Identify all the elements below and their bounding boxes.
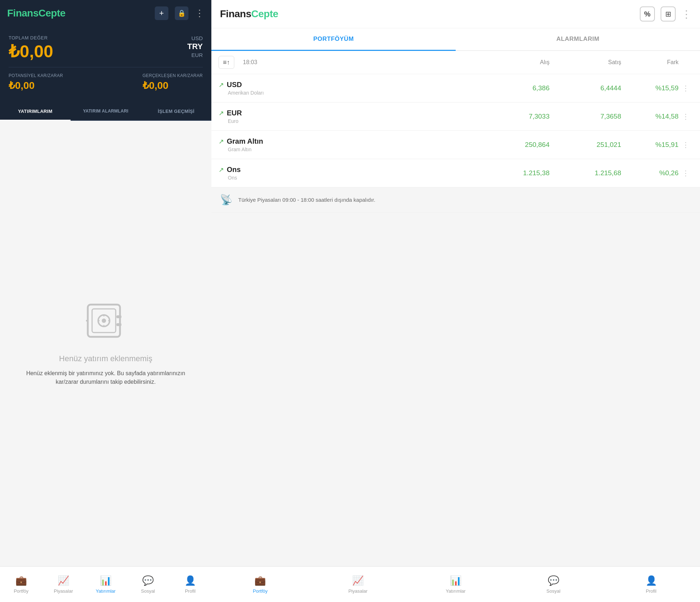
usd-name: USD [227,81,242,89]
asset-row-usd[interactable]: ↗ USD Amerikan Doları 6,386 6,4444 %15,5… [211,74,700,102]
right-piyasalar-icon: 📈 [352,575,364,586]
nav-yatirimlar[interactable]: 📊 Yatırımlar [85,567,127,602]
nav-portfoy[interactable]: 💼 Portföy [0,567,42,602]
realized-col: GERÇEKLEŞEn KAR/ZARAR ₺0,00 [143,73,203,91]
usd-sub: Amerikan Doları [228,90,478,96]
yatirimlar-label: Yatırımlar [96,588,115,594]
right-panel: FinansCepte % ⊞ ⋮ PORTFÖYÜM ALARMLARIM ≡… [211,0,700,602]
alis-header: Alış [478,59,550,66]
summary-section: TOPLAM DEĞER ₺0,00 USD TRY EUR POTANSİYE… [0,27,211,100]
sort-button[interactable]: ≡↑ [219,56,234,69]
total-amount: ₺0,00 [9,41,53,61]
try-option[interactable]: TRY [187,42,203,51]
currency-options: USD TRY EUR [187,35,203,58]
eur-more-button[interactable]: ⋮ [679,112,693,121]
tab-yatirimlarim[interactable]: YATIRIMLARIM [0,103,71,121]
ons-satis: 1.215,68 [550,169,621,177]
ons-trend-icon: ↗ [219,166,224,174]
empty-title: Henüz yatırım eklenmemiş [59,354,152,363]
eur-fark: %14,58 [621,113,679,120]
notice-row: 📡 Türkiye Piyasaları 09:00 - 18:00 saatl… [211,187,700,212]
tab-yatirim-alarmlari[interactable]: YATIRIM ALARMLARI [71,103,141,120]
right-tabs: PORTFÖYÜM ALARMLARIM [211,28,700,51]
right-nav-portfoy[interactable]: 💼 Portföy [211,567,309,602]
right-profil-icon: 👤 [646,575,657,586]
gram-altin-satis: 251,021 [550,141,621,149]
sosyal-label: Sosyal [141,588,155,594]
right-portfoy-label: Portföy [253,588,268,594]
ons-asset-info: ↗ Ons Ons [219,166,478,181]
usd-fark: %15,59 [621,84,679,92]
usd-trend-icon: ↗ [219,81,224,89]
right-nav-yatirimlar[interactable]: 📊 Yatırımlar [407,567,505,602]
nav-sosyal[interactable]: 💬 Sosyal [127,567,169,602]
potential-label: POTANSİYEL KAR/ZARAR [9,73,63,78]
more-menu-button[interactable]: ⋮ [195,8,204,19]
right-piyasalar-label: Piyasalar [348,588,367,594]
tab-portfoyum[interactable]: PORTFÖYÜM [211,28,456,51]
gram-altin-name: Gram Altın [227,137,263,145]
ons-name: Ons [227,166,241,174]
left-header-icons: + 🔒 ⋮ [155,6,204,20]
grid-button[interactable]: ⊞ [661,6,676,22]
nav-piyasalar[interactable]: 📈 Piyasalar [42,567,85,602]
ons-more-button[interactable]: ⋮ [679,169,693,177]
asset-row-eur[interactable]: ↗ EUR Euro 7,3033 7,3658 %14,58 ⋮ [211,102,700,131]
right-header-icons: % ⊞ ⋮ [640,6,691,22]
gram-altin-more-button[interactable]: ⋮ [679,140,693,149]
eur-asset-info: ↗ EUR Euro [219,109,478,124]
ons-fark: %0,26 [621,169,679,177]
right-profil-label: Profil [646,588,657,594]
nav-profil[interactable]: 👤 Profil [169,567,211,602]
satis-header: Satış [550,59,621,66]
portfoy-label: Portföy [14,588,28,594]
safe-illustration [84,301,127,344]
right-yatirimlar-label: Yatırımlar [446,588,465,594]
right-nav-sosyal[interactable]: 💬 Sosyal [504,567,602,602]
gram-altin-sub: Gram Altın [228,147,478,152]
grid-icon: ⊞ [665,10,671,18]
eur-option[interactable]: EUR [191,52,203,58]
right-sosyal-label: Sosyal [546,588,560,594]
realized-label: GERÇEKLEŞEn KAR/ZARAR [143,73,203,78]
sort-icon: ≡↑ [223,59,230,66]
time-header: 18:03 [243,59,478,66]
usd-satis: 6,4444 [550,84,621,92]
total-label: TOPLAM DEĞER [9,35,53,40]
left-bottom-nav: 💼 Portföy 📈 Piyasalar 📊 Yatırımlar 💬 Sos… [0,566,211,602]
right-bottom-nav: 💼 Portföy 📈 Piyasalar 📊 Yatırımlar 💬 Sos… [211,566,700,602]
percent-icon: % [644,10,651,18]
usd-option[interactable]: USD [191,35,203,41]
left-logo: FinansCepte [7,8,66,19]
yatirimlar-icon: 📊 [100,575,111,586]
usd-alis: 6,386 [478,84,550,92]
eur-trend-icon: ↗ [219,109,224,117]
piyasalar-icon: 📈 [58,575,69,586]
right-nav-profil[interactable]: 👤 Profil [602,567,700,602]
tab-alarmlarim[interactable]: ALARMLARIM [456,28,700,50]
asset-row-gram-altin[interactable]: ↗ Gram Altın Gram Altın 250,864 251,021 … [211,131,700,159]
lock-button[interactable]: 🔒 [175,6,188,20]
usd-more-button[interactable]: ⋮ [679,84,693,92]
tab-islem-gecmisi[interactable]: İŞLEM GEÇMİŞİ [141,103,211,120]
wifi-icon: 📡 [220,194,232,206]
right-yatirimlar-icon: 📊 [450,575,461,586]
eur-alis: 7,3033 [478,113,550,120]
asset-row-ons[interactable]: ↗ Ons Ons 1.215,38 1.215,68 %0,26 ⋮ [211,159,700,187]
right-more-button[interactable]: ⋮ [681,8,691,20]
percent-button[interactable]: % [640,6,655,22]
sub-summary: POTANSİYEL KAR/ZARAR ₺0,00 GERÇEKLEŞEn K… [9,73,203,91]
left-header: FinansCepte + 🔒 ⋮ [0,0,211,27]
eur-sub: Euro [228,118,478,124]
add-button[interactable]: + [155,6,168,20]
realized-amount: ₺0,00 [143,80,203,91]
gram-altin-fark: %15,91 [621,141,679,149]
right-nav-piyasalar[interactable]: 📈 Piyasalar [309,567,407,602]
eur-satis: 7,3658 [550,113,621,120]
gram-altin-trend-icon: ↗ [219,138,224,145]
left-tabs: YATIRIMLARIM YATIRIM ALARMLARI İŞLEM GEÇ… [0,103,211,121]
left-panel: FinansCepte + 🔒 ⋮ TOPLAM DEĞER ₺0,00 USD… [0,0,211,602]
right-logo: FinansCepte [220,8,278,20]
ons-alis: 1.215,38 [478,169,550,177]
profil-label: Profil [185,588,196,594]
